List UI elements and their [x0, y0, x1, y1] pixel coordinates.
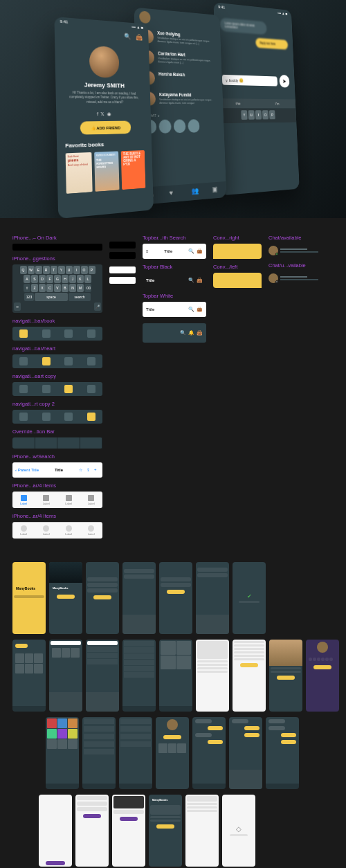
nav-people-icon[interactable]: [64, 385, 73, 393]
key[interactable]: K: [77, 275, 84, 283]
key[interactable]: B: [62, 284, 69, 292]
key[interactable]: F: [46, 275, 53, 283]
screen-library[interactable]: [46, 717, 79, 789]
search-icon[interactable]: 🔍: [124, 33, 131, 39]
screen-author[interactable]: [269, 640, 302, 712]
screen-chat-2[interactable]: [229, 717, 262, 789]
screen-cart[interactable]: [39, 795, 72, 867]
key[interactable]: W: [28, 266, 35, 274]
share-icon[interactable]: ⇪: [86, 467, 92, 473]
nav-people-icon[interactable]: 👥: [191, 187, 199, 197]
nav-heart-icon[interactable]: [42, 385, 51, 393]
screen-article-2[interactable]: [233, 640, 266, 712]
nav-heart-icon[interactable]: [42, 413, 51, 421]
screen-book-list[interactable]: [82, 717, 116, 789]
search-icon[interactable]: 🔍: [188, 278, 194, 283]
backspace-key[interactable]: ⌫: [84, 284, 91, 292]
keyboard[interactable]: [122, 615, 156, 634]
chat-input[interactable]: y, buddy 😊: [222, 74, 277, 86]
submit-button[interactable]: [93, 595, 111, 599]
chat-avatar[interactable]: [188, 119, 199, 133]
bottom-nav[interactable]: [159, 706, 192, 712]
send-button[interactable]: ➤: [279, 75, 290, 88]
screen-profile[interactable]: [156, 717, 189, 789]
tab-item[interactable]: Label: [20, 495, 27, 505]
screen-chat-1[interactable]: [192, 717, 226, 789]
tab-item[interactable]: Label: [20, 525, 27, 536]
screen-grid[interactable]: [159, 640, 192, 712]
suggestion-1[interactable]: the: [236, 102, 241, 106]
screen-signup[interactable]: [86, 562, 119, 634]
screen-categories[interactable]: [122, 640, 156, 712]
nav-people-icon[interactable]: [64, 357, 73, 365]
chat-avatar[interactable]: [174, 120, 186, 134]
tab-item[interactable]: Label: [65, 525, 72, 536]
nav-bag-icon[interactable]: ▣: [212, 185, 220, 195]
key[interactable]: O: [81, 266, 88, 274]
bottom-nav[interactable]: [12, 706, 46, 712]
key[interactable]: H: [62, 275, 69, 283]
screen-signup-kbd[interactable]: [122, 562, 156, 634]
keyboard-suggestions[interactable]: the I'm: [217, 98, 296, 108]
screen-article[interactable]: [196, 640, 229, 712]
friend-button[interactable]: [163, 735, 181, 739]
tab-item[interactable]: Label: [43, 495, 50, 505]
screen-profile-edit[interactable]: [306, 640, 339, 712]
chat-avatar[interactable]: [158, 120, 171, 134]
bottom-nav[interactable]: [266, 784, 299, 789]
add-icon[interactable]: +: [94, 467, 100, 473]
key[interactable]: T: [51, 266, 57, 274]
keyboard[interactable]: Y U I O P: [217, 108, 296, 123]
key[interactable]: R: [43, 266, 50, 274]
screen-search-results[interactable]: [86, 640, 119, 712]
key-u[interactable]: U: [248, 110, 255, 120]
keyboard[interactable]: [49, 692, 82, 712]
nav-bag-icon[interactable]: [87, 413, 95, 421]
nav-book-icon[interactable]: [19, 357, 28, 365]
key[interactable]: Z: [31, 284, 38, 292]
confirm-button[interactable]: [120, 817, 138, 821]
done-button[interactable]: [156, 824, 174, 829]
nav-book-icon[interactable]: [19, 385, 28, 393]
menu-icon[interactable]: ≡: [146, 249, 149, 253]
key[interactable]: U: [66, 266, 73, 274]
key[interactable]: I: [73, 266, 80, 274]
tab-item[interactable]: Label: [88, 525, 95, 536]
profile-avatar[interactable]: [317, 642, 328, 653]
screen-receipt[interactable]: [185, 795, 219, 867]
nav-bag-icon[interactable]: [87, 357, 95, 365]
key[interactable]: C: [46, 284, 53, 292]
screen-order-summary[interactable]: ManyBooks: [149, 795, 182, 867]
key[interactable]: S: [31, 275, 38, 283]
keyboard[interactable]: [86, 692, 119, 712]
tab-item[interactable]: Label: [43, 525, 50, 536]
key[interactable]: M: [77, 284, 84, 292]
key-i[interactable]: I: [255, 110, 262, 119]
follow-button[interactable]: [277, 676, 295, 680]
bag-icon[interactable]: 👜: [197, 248, 203, 254]
key-y[interactable]: Y: [241, 110, 247, 120]
shift-key[interactable]: ⇧: [24, 284, 30, 292]
tab-item[interactable]: Label: [65, 495, 72, 505]
bottom-nav[interactable]: [122, 706, 156, 712]
nav-heart-icon[interactable]: ♥: [170, 188, 179, 199]
key[interactable]: G: [54, 275, 61, 283]
emoji-key[interactable]: ☺: [14, 302, 21, 311]
screen-search[interactable]: [49, 640, 82, 712]
key-p[interactable]: P: [269, 110, 275, 119]
pay-button[interactable]: [83, 814, 101, 818]
bottom-nav[interactable]: [192, 784, 226, 789]
key[interactable]: Q: [20, 266, 27, 274]
key[interactable]: D: [39, 275, 46, 283]
screen-payment[interactable]: [112, 795, 145, 867]
key[interactable]: V: [54, 284, 61, 292]
keyboard[interactable]: [229, 770, 262, 789]
key[interactable]: X: [39, 284, 46, 292]
nav-bag-icon[interactable]: [87, 385, 95, 393]
cta-button[interactable]: [57, 595, 75, 599]
tab-item[interactable]: Label: [88, 495, 95, 505]
nav-heart-icon[interactable]: [42, 329, 51, 338]
save-button[interactable]: [313, 665, 331, 669]
search-key[interactable]: search: [69, 293, 91, 301]
screen-checkout[interactable]: [75, 795, 109, 867]
